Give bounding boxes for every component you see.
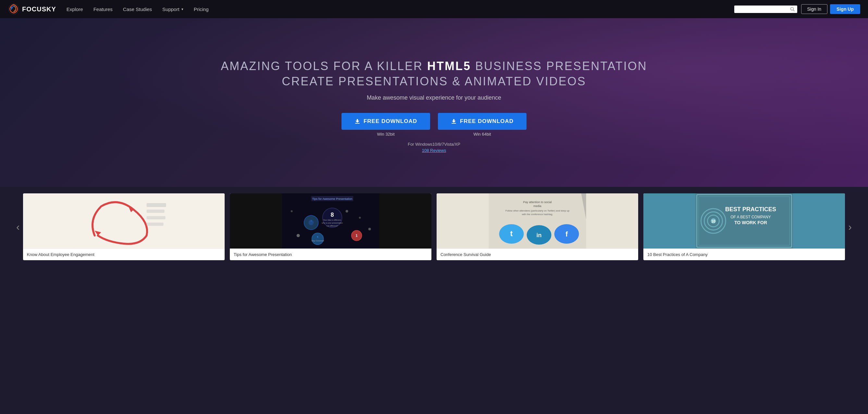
svg-text:TO WORK FOR: TO WORK FOR — [734, 220, 767, 225]
download-win64-button[interactable]: FREE DOWNLOAD — [438, 113, 527, 130]
hero-title: AMAZING TOOLS FOR A KILLER HTML5 BUSINES… — [221, 59, 647, 89]
card-2[interactable]: Tips for Awesome Presentation 3 8 Your i… — [230, 193, 431, 260]
logo[interactable]: FOCUSKY — [8, 3, 56, 15]
signup-button[interactable]: Sign Up — [830, 4, 860, 14]
svg-point-30 — [345, 210, 348, 213]
card-3-image: Pay attention to social media Follow oth… — [437, 193, 638, 249]
card-2-thumbnail: Tips for Awesome Presentation 3 8 Your i… — [230, 193, 431, 249]
search-icon — [790, 7, 795, 11]
svg-text:OF A BEST COMPANY: OF A BEST COMPANY — [731, 215, 771, 219]
download-win32-group: FREE DOWNLOAD Win 32bit — [341, 113, 430, 136]
platform-note: For Windows10/8/7Vista/XP — [408, 142, 460, 147]
svg-rect-7 — [75, 193, 173, 249]
reviews-link[interactable]: 108 Reviews — [422, 148, 446, 153]
svg-point-2 — [14, 10, 16, 11]
search-box — [734, 5, 797, 13]
svg-line-4 — [793, 10, 794, 11]
nav-item-case-studies[interactable]: Case Studies — [123, 6, 152, 12]
card-1-thumbnail — [23, 193, 225, 249]
card-1-caption: Know About Employee Engagement — [23, 249, 225, 260]
svg-rect-6 — [452, 123, 456, 124]
svg-point-33 — [368, 228, 371, 230]
download-win32-button[interactable]: FREE DOWNLOAD — [341, 113, 430, 130]
card-3-thumbnail: Pay attention to social media Follow oth… — [437, 193, 638, 249]
svg-point-25 — [312, 233, 323, 245]
nav-links: Explore Features Case Studies Support ▾ … — [66, 6, 734, 12]
svg-text:Follow other attendees (partic: Follow other attendees (particularly on … — [505, 209, 569, 212]
navigation: FOCUSKY Explore Features Case Studies Su… — [0, 0, 868, 18]
nav-auth-buttons: Sign In Sign Up — [801, 4, 860, 14]
svg-point-34 — [290, 210, 292, 212]
svg-text:t: t — [510, 229, 513, 238]
signin-button[interactable]: Sign In — [801, 4, 828, 14]
svg-text:5: 5 — [317, 235, 318, 238]
svg-text:in: in — [536, 232, 542, 238]
card-3-caption: Conference Survival Guide — [437, 249, 638, 260]
download-icon-2 — [451, 119, 457, 124]
svg-text:Stay Concised: Stay Concised — [311, 240, 324, 242]
svg-text:1: 1 — [355, 233, 358, 237]
card-1-image — [23, 193, 225, 249]
nav-item-explore[interactable]: Explore — [66, 6, 83, 12]
card-1[interactable]: Know About Employee Engagement — [23, 193, 225, 260]
card-2-image: Tips for Awesome Presentation 3 8 Your i… — [230, 193, 431, 249]
svg-point-31 — [359, 217, 361, 219]
svg-rect-11 — [146, 210, 164, 213]
svg-text:f: f — [565, 230, 568, 238]
card-4-thumbnail: 10 BEST PRACTICES OF A BEST COMPANY TO W… — [643, 193, 845, 249]
svg-rect-13 — [146, 223, 163, 226]
win64-label: Win 64bit — [473, 132, 491, 136]
logo-text: FOCUSKY — [22, 5, 56, 13]
card-4-image: 10 BEST PRACTICES OF A BEST COMPANY TO W… — [643, 193, 845, 249]
svg-text:media: media — [533, 204, 541, 208]
logo-icon — [8, 3, 20, 15]
nav-item-pricing[interactable]: Pricing — [194, 6, 209, 12]
svg-rect-10 — [146, 203, 166, 207]
svg-text:10: 10 — [712, 219, 715, 223]
carousel-next-button[interactable]: › — [845, 215, 855, 240]
hero-section: AMAZING TOOLS FOR A KILLER HTML5 BUSINES… — [0, 18, 868, 187]
svg-text:8: 8 — [331, 212, 334, 218]
hero-download-buttons: FREE DOWNLOAD Win 32bit FREE DOWNLOAD Wi… — [341, 113, 527, 136]
card-3[interactable]: Pay attention to social media Follow oth… — [437, 193, 638, 260]
svg-text:why is your presentation: why is your presentation — [321, 222, 343, 224]
nav-item-features[interactable]: Features — [93, 6, 113, 12]
download-win64-group: FREE DOWNLOAD Win 64bit — [438, 113, 527, 136]
svg-text:with the conference hashtag.: with the conference hashtag. — [522, 213, 553, 216]
chevron-down-icon: ▾ — [182, 7, 183, 11]
svg-text:not different?: not different? — [327, 225, 338, 227]
hero-subtitle: Make awesome visual experience for your … — [367, 94, 501, 101]
svg-text:BEST PRACTICES: BEST PRACTICES — [725, 206, 776, 213]
search-input[interactable] — [737, 7, 789, 12]
svg-rect-12 — [146, 216, 165, 219]
nav-item-support[interactable]: Support ▾ — [162, 6, 183, 12]
card-4-caption: 10 Best Practices of A Company — [643, 249, 845, 260]
card-4[interactable]: 10 BEST PRACTICES OF A BEST COMPANY TO W… — [643, 193, 845, 260]
svg-rect-5 — [355, 123, 360, 124]
svg-point-19 — [308, 220, 314, 225]
svg-text:Pay attention to social: Pay attention to social — [523, 200, 552, 204]
cards-carousel: ‹ Kn — [0, 187, 868, 267]
svg-text:Your idea is different,: Your idea is different, — [323, 219, 341, 221]
win32-label: Win 32bit — [377, 132, 394, 136]
download-icon — [354, 119, 360, 124]
cards-grid: Know About Employee Engagement Tips for … — [23, 187, 845, 267]
carousel-prev-button[interactable]: ‹ — [13, 215, 23, 240]
svg-text:Tips for Awesome Presentation: Tips for Awesome Presentation — [312, 197, 352, 200]
svg-point-32 — [297, 234, 300, 237]
card-2-caption: Tips for Awesome Presentation — [230, 249, 431, 260]
